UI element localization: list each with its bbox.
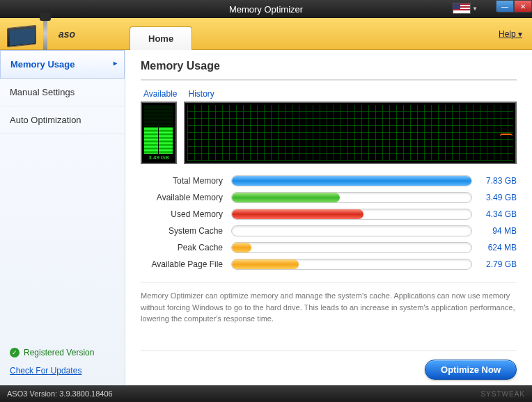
history-chart-label: History (188, 89, 214, 99)
stat-row: Available Page File2.79 GB (141, 259, 517, 270)
statusbar: ASO3 Version: 3.9.3800.18406 SYSTWEAK (0, 385, 532, 402)
tab-home[interactable]: Home (130, 26, 192, 50)
optimize-now-button[interactable]: Optimize Now (425, 360, 517, 380)
help-menu[interactable]: Help ▾ (499, 29, 522, 39)
titlebar: Memory Optimizer ▼ — ✕ (0, 0, 532, 18)
logo-area: aso (0, 22, 125, 46)
language-flag-icon[interactable] (453, 3, 471, 14)
stat-value: 4.34 GB (472, 209, 517, 219)
stat-label: System Cache (141, 226, 231, 236)
stat-label: Used Memory (141, 209, 231, 219)
stat-label: Available Page File (141, 259, 231, 269)
stat-row: System Cache94 MB (141, 225, 517, 236)
toolbar: aso Home Help ▾ (0, 18, 532, 50)
stat-bar (231, 225, 472, 236)
description-text: Memory Optimizer can optimize memory and… (141, 282, 517, 325)
window-controls: — ✕ (496, 0, 532, 13)
stat-row: Available Memory3.49 GB (141, 192, 517, 203)
minimize-button[interactable]: — (496, 0, 514, 13)
sidebar-item-memory-usage[interactable]: Memory Usage (0, 50, 125, 79)
stat-row: Total Memory7.83 GB (141, 175, 517, 186)
vendor-brand: SYSTWEAK (480, 390, 525, 398)
screwdriver-icon (43, 17, 47, 50)
close-button[interactable]: ✕ (514, 0, 532, 13)
stat-bar (231, 242, 472, 253)
stat-bar (231, 209, 472, 220)
stats-list: Total Memory7.83 GBAvailable Memory3.49 … (141, 175, 517, 275)
check-updates-link[interactable]: Check For Updates (0, 362, 125, 385)
available-chart-label: Available (143, 89, 177, 99)
check-circle-icon: ✓ (10, 348, 19, 357)
stat-label: Available Memory (141, 193, 231, 202)
page-title: Memory Usage (141, 60, 517, 72)
chart-row: 3.49 GB (141, 102, 517, 164)
brand-label: aso (58, 29, 75, 40)
stat-value: 94 MB (472, 226, 517, 236)
stat-label: Peak Cache (141, 243, 231, 252)
available-memory-gauge: 3.49 GB (141, 102, 177, 164)
app-title: Memory Optimizer (229, 4, 303, 15)
stat-bar (231, 175, 472, 186)
stat-label: Total Memory (141, 176, 231, 186)
sidebar-item-auto-optimization[interactable]: Auto Optimization (0, 106, 125, 134)
stat-row: Used Memory4.34 GB (141, 209, 517, 220)
stat-value: 3.49 GB (472, 193, 517, 202)
sidebar-item-manual-settings[interactable]: Manual Settings (0, 79, 125, 106)
chip-icon (7, 24, 36, 47)
stat-row: Peak Cache624 MB (141, 242, 517, 253)
registered-label: Registered Version (24, 348, 94, 357)
divider (141, 79, 517, 81)
registered-status: ✓ Registered Version (0, 344, 125, 362)
stat-bar (231, 192, 472, 203)
stat-value: 624 MB (472, 243, 517, 252)
main-panel: Memory Usage Available History 3.49 GB T… (125, 50, 532, 385)
sidebar: Memory UsageManual SettingsAuto Optimiza… (0, 50, 125, 385)
history-graph (184, 102, 517, 164)
stat-value: 7.83 GB (472, 176, 517, 186)
available-gauge-value: 3.49 GB (144, 154, 173, 161)
language-dropdown-icon[interactable]: ▼ (472, 6, 478, 12)
stat-bar (231, 259, 472, 270)
version-label: ASO3 Version: 3.9.3800.18406 (7, 389, 113, 398)
stat-value: 2.79 GB (472, 259, 517, 269)
history-trace-icon (500, 134, 513, 138)
chart-labels: Available History (143, 89, 517, 99)
